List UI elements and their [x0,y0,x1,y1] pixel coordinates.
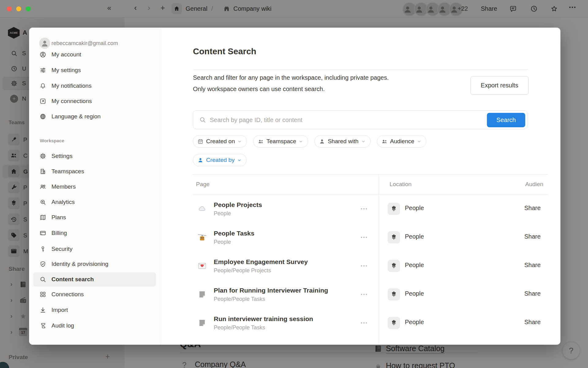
search-bar: Search [193,110,528,129]
menu-item-security[interactable]: Security [29,241,161,257]
row-menu-icon[interactable]: ••• [361,207,374,211]
person-circle-icon [39,51,47,58]
menu-item-identity-provisioning[interactable]: Identity & provisioning [29,256,161,272]
column-header-audience[interactable]: Audien [525,174,543,194]
menu-item-label: Content search [51,272,94,287]
menu-item-my-account[interactable]: My account [29,47,161,62]
people-icon [381,138,388,145]
page-icon [197,289,207,299]
menu-item-label: My settings [51,63,81,78]
column-header-location[interactable]: Location [390,174,412,194]
page-path: People [214,210,231,217]
menu-item-label: Language & region [51,109,101,124]
menu-item-label: Settings [51,148,73,164]
menu-item-label: Plans [51,210,66,225]
menu-item-label: My connections [51,94,92,109]
menu-item-teamspaces[interactable]: Teamspaces [29,164,161,179]
menu-item-label: Security [51,241,73,257]
menu-item-plans[interactable]: Plans [29,210,161,225]
export-results-button[interactable]: Export results [470,76,529,95]
menu-item-my-connections[interactable]: My connections [29,94,161,109]
page-path: People/People Tasks [214,296,265,302]
location-value: People [405,233,424,240]
description-line2: Only workspace owners can use content se… [193,86,475,93]
members-icon [39,183,47,190]
close-window-button[interactable] [7,6,12,11]
table-row[interactable]: People Projects People ••• People Share [193,194,548,223]
cloud-icon [197,204,207,214]
menu-item-my-settings[interactable]: My settings [29,63,161,78]
map-icon [39,214,47,221]
gear-icon [39,152,47,160]
sliders-icon [39,67,47,74]
settings-menu-panel: rebeccamcakir@gmail.com My account My se… [29,28,161,345]
filter-label: Created by [206,157,235,163]
menu-item-label: Teamspaces [51,164,84,179]
credit-card-icon [39,229,47,237]
page-title[interactable]: People Projects [214,201,262,209]
menu-item-connections[interactable]: Connections [29,287,161,302]
table-row[interactable]: Plan for Running Interviewer Training Pe… [193,280,548,309]
search-button[interactable]: Search [487,113,525,127]
page-path: People/People Tasks [214,324,265,331]
scroll-icon [39,322,47,329]
filter-teamspace[interactable]: Teamspace [253,135,308,148]
menu-item-label: Billing [51,225,67,241]
import-arrow-icon [39,306,47,314]
zoom-window-button[interactable] [26,6,31,11]
filter-created-by[interactable]: Created by [193,154,247,166]
shield-check-icon [39,260,47,268]
location-value: People [405,290,424,297]
description-line1: Search and filter for any page in the wo… [193,74,475,81]
table-row[interactable]: Run interviewer training session People/… [193,309,548,337]
results-table: Page Location Audien People Projects Peo… [193,174,548,345]
table-border-top [193,174,548,174]
column-header-page[interactable]: Page [196,174,209,194]
search-input[interactable] [209,111,474,129]
audience-value: Share [524,319,541,326]
page-title[interactable]: People Tasks [214,230,254,237]
table-row[interactable]: People Tasks People ••• People Share [193,223,548,251]
row-menu-icon[interactable]: ••• [361,264,374,268]
filter-created-on[interactable]: Created on [193,135,247,148]
content-search-panel: Content Search Search and filter for any… [161,28,560,345]
menu-item-my-notifications[interactable]: My notifications [29,78,161,94]
menu-item-content-search[interactable]: Content search [29,272,161,287]
row-menu-icon[interactable]: ••• [361,292,374,297]
menu-item-audit-log[interactable]: Audit log [29,318,161,333]
filter-shared-with[interactable]: Shared with [315,135,370,148]
chevron-down-icon [417,139,421,144]
menu-item-settings[interactable]: Settings [29,148,161,164]
menu-item-billing[interactable]: Billing [29,225,161,241]
app-window: « ‹ › + General / Company wiki +22 Share… [0,0,588,368]
menu-item-label: Import [51,302,68,318]
key-icon [39,245,47,253]
arrow-square-icon [39,98,47,105]
audience-value: Share [524,205,541,212]
teamspace-flower-icon [388,231,400,243]
teamspace-flower-icon [388,260,400,272]
minimize-window-button[interactable] [16,6,21,11]
filter-chip-row: Created on Teamspace Shared with Audienc… [193,135,426,148]
workspace-section-label: Workspace [40,138,64,143]
menu-item-analytics[interactable]: Analytics [29,194,161,210]
page-path: People [214,239,231,245]
filter-label: Shared with [328,138,358,145]
filter-audience[interactable]: Audience [377,135,426,148]
row-menu-icon[interactable]: ••• [361,321,374,325]
page-title[interactable]: Employee Engagement Survey [214,258,308,266]
menu-item-label: Identity & provisioning [51,256,108,272]
grid-icon [39,291,47,298]
table-row[interactable]: Employee Engagement Survey People/People… [193,251,548,280]
row-menu-icon[interactable]: ••• [361,235,374,240]
calendar-icon [197,138,204,145]
page-title[interactable]: Plan for Running Interviewer Training [214,287,328,294]
person-icon [319,138,325,145]
analytics-icon [39,198,47,206]
menu-item-members[interactable]: Members [29,179,161,194]
page-title[interactable]: Run interviewer training session [214,315,313,323]
filter-label: Created on [206,138,235,145]
page-path: People/People Projects [214,267,271,274]
menu-item-language-region[interactable]: Language & region [29,109,161,124]
menu-item-import[interactable]: Import [29,302,161,318]
